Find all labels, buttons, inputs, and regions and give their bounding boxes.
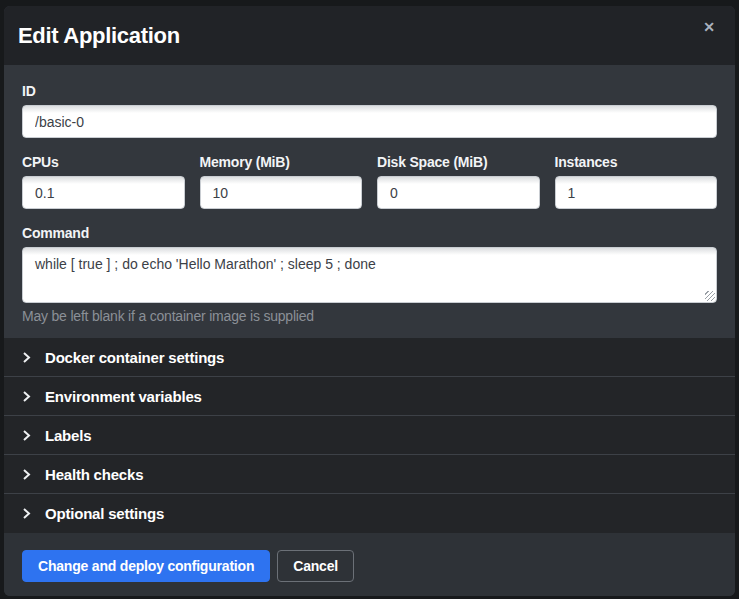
command-help-text: May be left blank if a container image i… bbox=[22, 308, 717, 324]
modal-title: Edit Application bbox=[18, 23, 180, 49]
section-environment-variables[interactable]: Environment variables bbox=[4, 377, 735, 416]
accordion-sections: Docker container settings Environment va… bbox=[4, 338, 735, 533]
close-icon: ✕ bbox=[703, 19, 715, 35]
cpus-label: CPUs bbox=[22, 154, 185, 170]
modal-header: Edit Application ✕ bbox=[4, 6, 735, 65]
section-labels[interactable]: Labels bbox=[4, 416, 735, 455]
memory-label: Memory (MiB) bbox=[200, 154, 363, 170]
chevron-right-icon bbox=[22, 507, 36, 520]
disk-space-label: Disk Space (MiB) bbox=[377, 154, 540, 170]
memory-form-group: Memory (MiB) bbox=[200, 154, 363, 209]
section-health-checks[interactable]: Health checks bbox=[4, 455, 735, 494]
cpus-form-group: CPUs bbox=[22, 154, 185, 209]
command-textarea-wrap: while [ true ] ; do echo 'Hello Marathon… bbox=[22, 247, 717, 303]
chevron-right-icon bbox=[22, 390, 36, 403]
id-form-group: ID bbox=[22, 83, 717, 138]
resources-row: CPUs Memory (MiB) Disk Space (MiB) Insta… bbox=[22, 154, 717, 209]
section-label: Optional settings bbox=[45, 505, 164, 522]
command-form-group: Command while [ true ] ; do echo 'Hello … bbox=[22, 225, 717, 324]
instances-input[interactable] bbox=[555, 176, 718, 209]
change-and-deploy-button[interactable]: Change and deploy configuration bbox=[22, 550, 270, 582]
section-docker-container-settings[interactable]: Docker container settings bbox=[4, 338, 735, 377]
command-label: Command bbox=[22, 225, 717, 241]
section-label: Labels bbox=[45, 427, 91, 444]
memory-input[interactable] bbox=[200, 176, 363, 209]
command-textarea[interactable]: while [ true ] ; do echo 'Hello Marathon… bbox=[22, 247, 717, 303]
modal-footer: Change and deploy configuration Cancel bbox=[4, 533, 735, 596]
section-label: Health checks bbox=[45, 466, 143, 483]
modal-body: ID CPUs Memory (MiB) Disk Space (MiB) In… bbox=[4, 65, 735, 338]
edit-application-modal: Edit Application ✕ ID CPUs Memory (MiB) … bbox=[4, 6, 735, 596]
close-button[interactable]: ✕ bbox=[699, 16, 719, 38]
chevron-right-icon bbox=[22, 468, 36, 481]
disk-space-input[interactable] bbox=[377, 176, 540, 209]
chevron-right-icon bbox=[22, 351, 36, 364]
chevron-right-icon bbox=[22, 429, 36, 442]
cpus-input[interactable] bbox=[22, 176, 185, 209]
cancel-button[interactable]: Cancel bbox=[277, 550, 354, 582]
instances-form-group: Instances bbox=[555, 154, 718, 209]
section-label: Docker container settings bbox=[45, 349, 224, 366]
id-input[interactable] bbox=[22, 105, 717, 138]
resize-handle-icon[interactable] bbox=[705, 291, 715, 301]
id-label: ID bbox=[22, 83, 717, 99]
section-optional-settings[interactable]: Optional settings bbox=[4, 494, 735, 533]
disk-space-form-group: Disk Space (MiB) bbox=[377, 154, 540, 209]
instances-label: Instances bbox=[555, 154, 718, 170]
section-label: Environment variables bbox=[45, 388, 202, 405]
